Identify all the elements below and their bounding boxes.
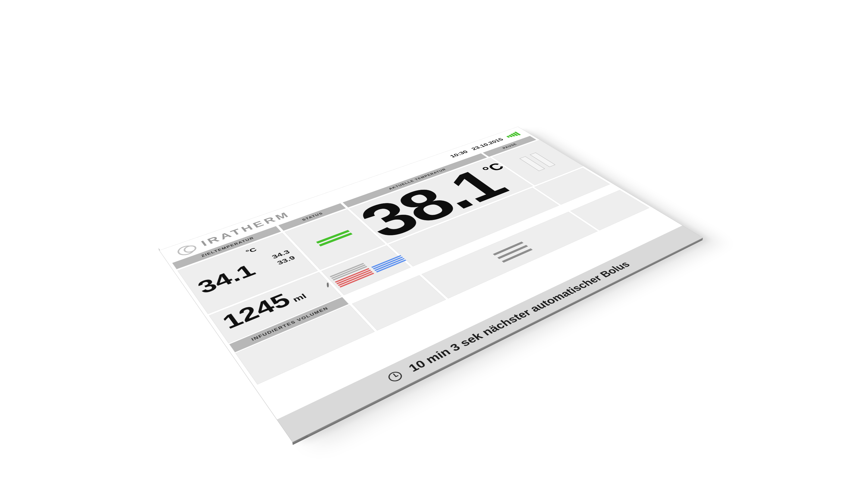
target-temp-unit: °C xyxy=(244,247,258,255)
battery-icon xyxy=(505,132,521,138)
clock-time: 10:30 xyxy=(448,150,470,158)
brand-logo-icon xyxy=(175,243,198,256)
pause-button[interactable] xyxy=(507,147,567,177)
status-ok-icon xyxy=(316,230,350,243)
device-screen: IRATHERM 10:30 23.10.2015 ZIELTEMPERATUR… xyxy=(159,127,703,442)
clock-icon xyxy=(386,370,404,383)
infused-volume-unit: ml xyxy=(291,292,309,304)
target-temp-value: 34.1 xyxy=(194,262,258,296)
